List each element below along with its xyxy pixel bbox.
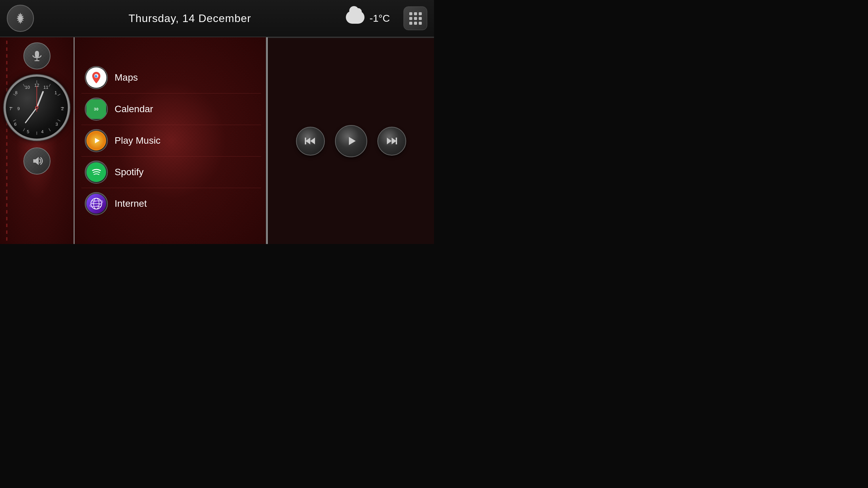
grid-icon xyxy=(409,12,421,25)
svg-text:9: 9 xyxy=(17,106,20,111)
spotify-label: Spotify xyxy=(115,167,144,178)
temperature-text: -1°C xyxy=(370,13,390,24)
fast-forward-button[interactable] xyxy=(377,127,406,156)
svg-text:11: 11 xyxy=(43,85,48,90)
svg-rect-56 xyxy=(396,138,397,144)
svg-marker-54 xyxy=(392,138,396,144)
internet-icon-container xyxy=(85,192,108,215)
maps-icon xyxy=(86,67,106,88)
menu-item-spotify[interactable]: Spotify xyxy=(81,157,261,188)
media-controls xyxy=(268,37,434,244)
main-area: 12 1 2 3 4 5 6 7 8 9 10 11 xyxy=(0,37,434,244)
top-bar: Thursday, 14 December -1°C xyxy=(0,0,434,37)
calendar-icon-container: 30 xyxy=(85,98,108,121)
svg-text:1: 1 xyxy=(55,90,57,95)
mic-button[interactable] xyxy=(23,42,51,69)
spotify-icon-container xyxy=(85,161,108,184)
svg-text:5: 5 xyxy=(27,129,29,134)
svg-line-8 xyxy=(58,120,60,121)
internet-label: Internet xyxy=(115,198,147,209)
svg-text:4: 4 xyxy=(41,129,43,134)
play-music-icon-container xyxy=(85,129,108,152)
weather-display: -1°C xyxy=(346,11,390,26)
spotify-icon xyxy=(86,162,106,182)
volume-button[interactable] xyxy=(23,147,51,175)
play-button[interactable] xyxy=(335,125,367,157)
stitch-line xyxy=(6,37,7,244)
svg-marker-33 xyxy=(33,157,39,165)
svg-marker-55 xyxy=(387,138,392,144)
svg-rect-52 xyxy=(305,138,306,144)
menu-item-internet[interactable]: Internet xyxy=(81,188,261,219)
internet-icon xyxy=(86,194,106,214)
right-panel: BRAND X MUSIC TERROR LAB xyxy=(268,37,434,244)
center-panel: Maps 30 Calendar xyxy=(75,37,268,244)
svg-text:10: 10 xyxy=(25,85,30,90)
menu-item-play-music[interactable]: Play Music xyxy=(81,125,261,157)
svg-text:7: 7 xyxy=(9,106,12,111)
svg-marker-51 xyxy=(310,138,315,144)
maps-label: Maps xyxy=(115,72,138,83)
play-music-label: Play Music xyxy=(115,135,160,146)
svg-line-11 xyxy=(23,128,25,131)
analog-clock: 12 1 2 3 4 5 6 7 8 9 10 11 xyxy=(4,75,70,141)
left-panel: 12 1 2 3 4 5 6 7 8 9 10 11 xyxy=(0,37,75,244)
svg-line-29 xyxy=(25,108,37,123)
svg-line-15 xyxy=(23,84,25,87)
svg-line-5 xyxy=(49,84,51,87)
menu-item-maps[interactable]: Maps xyxy=(81,62,261,94)
calendar-label: Calendar xyxy=(115,104,153,115)
svg-line-12 xyxy=(13,120,16,121)
svg-text:3: 3 xyxy=(55,122,58,127)
svg-rect-1 xyxy=(35,51,39,58)
svg-text:6: 6 xyxy=(14,122,16,127)
calendar-icon: 30 xyxy=(86,99,106,119)
date-display: Thursday, 14 December xyxy=(34,12,346,25)
maps-icon-container xyxy=(85,66,108,89)
svg-line-6 xyxy=(58,94,60,96)
weather-icon xyxy=(346,11,366,26)
rewind-button[interactable] xyxy=(296,127,325,156)
svg-line-28 xyxy=(37,92,43,107)
app-grid-button[interactable] xyxy=(403,6,427,30)
svg-line-9 xyxy=(49,128,51,131)
play-music-icon xyxy=(86,131,106,150)
svg-marker-50 xyxy=(305,138,310,144)
svg-marker-53 xyxy=(349,137,356,145)
settings-button[interactable] xyxy=(7,5,34,32)
svg-text:8: 8 xyxy=(15,90,17,95)
svg-point-32 xyxy=(36,107,38,109)
svg-text:2: 2 xyxy=(61,106,63,111)
clock-face: 12 1 2 3 4 5 6 7 8 9 10 11 xyxy=(4,75,70,141)
menu-item-calendar[interactable]: 30 Calendar xyxy=(81,94,261,125)
